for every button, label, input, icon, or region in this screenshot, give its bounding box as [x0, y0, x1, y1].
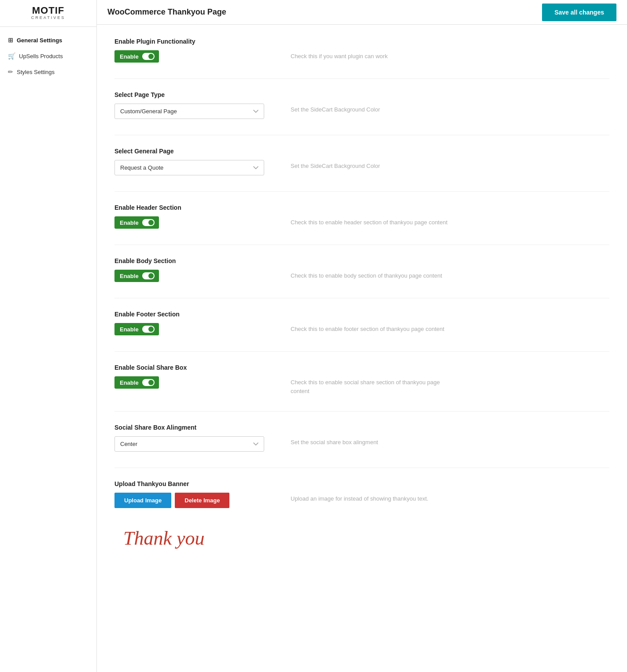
- section-control-social-alignment: Center Left Right: [114, 436, 264, 452]
- thankyou-image-preview: Thank you: [114, 516, 220, 556]
- section-control-enable-footer: Enable: [114, 323, 264, 335]
- hint-general-page: Set the SideCart Background Color: [291, 160, 380, 171]
- upload-button-group: Upload Image Delete Image: [114, 493, 264, 508]
- section-label-page-type: Select Page Type: [114, 91, 609, 98]
- section-select-page-type: Select Page Type Custom/General Page Woo…: [114, 91, 609, 119]
- toggle-enable-header[interactable]: Enable: [114, 216, 159, 229]
- logo: MOTIF CREATIVES: [0, 0, 96, 27]
- section-control-enable-body: Enable: [114, 270, 264, 282]
- section-row-enable-social: Enable Check this to enable social share…: [114, 376, 609, 395]
- section-select-general-page: Select General Page Request a Quote Home…: [114, 148, 609, 175]
- section-enable-plugin: Enable Plugin Functionality Enable Check…: [114, 38, 609, 63]
- upload-image-button[interactable]: Upload Image: [114, 493, 171, 508]
- logo-sub: CREATIVES: [31, 16, 65, 20]
- section-enable-social-share: Enable Social Share Box Enable Check thi…: [114, 364, 609, 395]
- logo-text: MOTIF CREATIVES: [31, 5, 65, 20]
- save-all-button[interactable]: Save all changes: [542, 4, 616, 21]
- section-label-enable-footer: Enable Footer Section: [114, 311, 609, 318]
- sidebar-item-styles-settings[interactable]: ✏ Styles Settings: [0, 64, 96, 80]
- hint-enable-social: Check this to enable social share sectio…: [291, 376, 449, 395]
- logo-main: MOTIF: [31, 5, 65, 16]
- hint-enable-plugin: Check this if you want plugin can work: [291, 50, 387, 61]
- content-area: Enable Plugin Functionality Enable Check…: [97, 25, 627, 672]
- section-label-enable-social: Enable Social Share Box: [114, 364, 609, 371]
- select-page-type[interactable]: Custom/General Page WooCommerce Order Pa…: [114, 104, 264, 119]
- main-area: WooCommerce Thankyou Page Save all chang…: [97, 0, 627, 672]
- section-row-social-alignment: Center Left Right Set the social share b…: [114, 436, 609, 452]
- toggle-enable-body[interactable]: Enable: [114, 270, 159, 282]
- toggle-enable-social[interactable]: Enable: [114, 376, 159, 389]
- section-row-enable-plugin: Enable Check this if you want plugin can…: [114, 50, 609, 63]
- section-control-enable-plugin: Enable: [114, 50, 264, 63]
- toggle-label-enable-body: Enable: [120, 273, 139, 279]
- section-row-page-type: Custom/General Page WooCommerce Order Pa…: [114, 104, 609, 119]
- section-label-social-alignment: Social Share Box Alingment: [114, 424, 609, 431]
- hint-enable-body: Check this to enable body section of tha…: [291, 270, 442, 280]
- toggle-switch-enable-social: [142, 379, 155, 386]
- section-row-enable-header: Enable Check this to enable header secti…: [114, 216, 609, 229]
- hint-social-alignment: Set the social share box alingment: [291, 436, 378, 447]
- toggle-enable-plugin[interactable]: Enable: [114, 50, 159, 63]
- hint-upload-banner: Upload an image for instead of showing t…: [291, 493, 428, 503]
- sidebar-item-label: UpSells Products: [19, 53, 63, 59]
- sidebar-item-upsells-products[interactable]: 🛒 UpSells Products: [0, 48, 96, 64]
- svg-text:Thank you: Thank you: [123, 527, 205, 549]
- select-social-alignment[interactable]: Center Left Right: [114, 436, 264, 452]
- toggle-enable-footer[interactable]: Enable: [114, 323, 159, 335]
- section-upload-banner: Upload Thankyou Banner Upload Image Dele…: [114, 480, 609, 556]
- section-enable-footer: Enable Footer Section Enable Check this …: [114, 311, 609, 335]
- section-control-enable-social: Enable: [114, 376, 264, 389]
- section-control-general-page: Request a Quote Home About Contact: [114, 160, 264, 175]
- toggle-label-enable-footer: Enable: [120, 326, 139, 333]
- delete-image-button[interactable]: Delete Image: [175, 493, 229, 508]
- toggle-switch-enable-footer: [142, 326, 155, 333]
- sidebar: MOTIF CREATIVES ⊞ General Settings 🛒 UpS…: [0, 0, 97, 672]
- section-social-alignment: Social Share Box Alingment Center Left R…: [114, 424, 609, 452]
- section-enable-header: Enable Header Section Enable Check this …: [114, 204, 609, 229]
- section-label-upload-banner: Upload Thankyou Banner: [114, 480, 609, 487]
- cart-icon: 🛒: [8, 52, 15, 59]
- toggle-switch-enable-plugin: [142, 53, 155, 60]
- pencil-icon: ✏: [8, 68, 13, 75]
- section-label-general-page: Select General Page: [114, 148, 609, 155]
- page-header: WooCommerce Thankyou Page Save all chang…: [97, 0, 627, 25]
- hint-enable-header: Check this to enable header section of t…: [291, 216, 447, 227]
- section-label-enable-header: Enable Header Section: [114, 204, 609, 211]
- toggle-switch-enable-header: [142, 219, 155, 226]
- toggle-label-enable-social: Enable: [120, 379, 139, 386]
- section-label-enable-plugin: Enable Plugin Functionality: [114, 38, 609, 45]
- section-row-enable-body: Enable Check this to enable body section…: [114, 270, 609, 282]
- hint-page-type: Set the SideCart Background Color: [291, 104, 380, 114]
- grid-icon: ⊞: [8, 37, 13, 44]
- section-label-enable-body: Enable Body Section: [114, 257, 609, 264]
- toggle-label-enable-header: Enable: [120, 219, 139, 226]
- sidebar-item-label: General Settings: [17, 37, 62, 44]
- sidebar-item-general-settings[interactable]: ⊞ General Settings: [0, 32, 96, 48]
- section-row-upload-banner: Upload Image Delete Image Thank you Uplo…: [114, 493, 609, 556]
- section-enable-body: Enable Body Section Enable Check this to…: [114, 257, 609, 282]
- section-control-page-type: Custom/General Page WooCommerce Order Pa…: [114, 104, 264, 119]
- section-row-enable-footer: Enable Check this to enable footer secti…: [114, 323, 609, 335]
- sidebar-nav: ⊞ General Settings 🛒 UpSells Products ✏ …: [0, 27, 96, 85]
- select-general-page[interactable]: Request a Quote Home About Contact: [114, 160, 264, 175]
- toggle-label-enable-plugin: Enable: [120, 53, 139, 60]
- thankyou-svg: Thank you: [119, 518, 216, 553]
- section-control-enable-header: Enable: [114, 216, 264, 229]
- hint-enable-footer: Check this to enable footer section of t…: [291, 323, 444, 334]
- sidebar-item-label: Styles Settings: [17, 69, 55, 75]
- section-control-upload-banner: Upload Image Delete Image Thank you: [114, 493, 264, 556]
- toggle-switch-enable-body: [142, 272, 155, 279]
- page-title: WooCommerce Thankyou Page: [107, 7, 226, 17]
- section-row-general-page: Request a Quote Home About Contact Set t…: [114, 160, 609, 175]
